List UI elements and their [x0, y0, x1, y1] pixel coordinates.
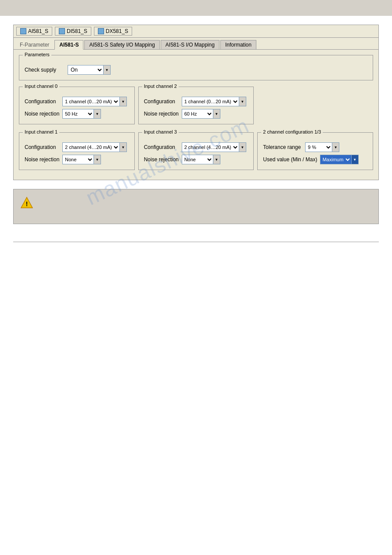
ch2-config-select[interactable]: 1 channel (0…20 mA) 2 channel (4…20 mA) … [182, 98, 239, 105]
module-tab-icon-ai581s [20, 28, 26, 34]
ch3-noise-arrow[interactable]: ▼ [213, 155, 220, 164]
ch3-config-select-wrapper[interactable]: 1 channel (0…20 mA) 2 channel (4…20 mA) … [182, 142, 246, 152]
top-gray-bar [0, 0, 392, 16]
used-value-select-wrapper[interactable]: Minimum Maximum ▼ [320, 155, 359, 164]
ch2-noise-select-wrapper[interactable]: 50 Hz 60 Hz None ▼ [182, 109, 220, 119]
tolerance-label: Tolerance range [263, 144, 302, 150]
tolerance-select-wrapper[interactable]: 1 % 5 % 9 % 15 % ▼ [305, 142, 339, 152]
module-tab-dx581s[interactable]: DX581_S [94, 27, 132, 36]
check-supply-select-wrapper[interactable]: On Off ▼ [68, 65, 111, 75]
module-tab-label-di581s: DI581_S [67, 28, 87, 34]
ch2-config-label: Configuration [144, 98, 179, 105]
ch3-noise-select-wrapper[interactable]: 50 Hz 60 Hz None ▼ [182, 155, 220, 164]
ch1-noise-select-wrapper[interactable]: 50 Hz 60 Hz None ▼ [62, 155, 101, 164]
module-tab-label-ai581s: AI581_S [28, 28, 48, 34]
ch2-noise-arrow[interactable]: ▼ [213, 109, 220, 118]
tolerance-select[interactable]: 1 % 5 % 9 % 15 % [306, 144, 332, 151]
check-supply-select[interactable]: On Off [68, 66, 103, 74]
module-tab-icon-di581s [59, 28, 65, 34]
input-channel-0-title: Input channel 0 [23, 83, 59, 89]
input-channel-2-group: Input channel 2 Configuration 1 channel … [138, 87, 254, 124]
ch1-noise-label: Noise rejection [25, 156, 60, 163]
tab-ai581s[interactable]: AI581-S [54, 40, 83, 50]
ch0-noise-select[interactable]: 50 Hz 60 Hz None [63, 110, 94, 117]
input-channel-2-title: Input channel 2 [142, 83, 179, 89]
fparam-tabbar: F-Parameter AI581-S AI581-S Safety I/O M… [13, 38, 379, 49]
module-tab-ai581s[interactable]: AI581_S [16, 27, 52, 36]
bottom-line [13, 242, 379, 242]
ch1-config-arrow[interactable]: ▼ [119, 143, 126, 152]
module-tab-icon-dx581s [98, 28, 104, 34]
ch3-noise-label: Noise rejection [144, 156, 179, 163]
tab-ai581s-safety[interactable]: AI581-S Safety I/O Mapping [84, 40, 159, 49]
ch2-config-arrow[interactable]: ▼ [239, 97, 246, 106]
ch0-noise-arrow[interactable]: ▼ [94, 109, 101, 118]
ch3-noise-select[interactable]: 50 Hz 60 Hz None [182, 156, 213, 163]
ch0-config-label: Configuration [25, 98, 60, 105]
ch1-config-label: Configuration [25, 144, 60, 150]
ch1-noise-arrow[interactable]: ▼ [94, 155, 101, 164]
main-panel: Parameters Check supply On Off ▼ [13, 49, 379, 180]
tolerance-arrow[interactable]: ▼ [332, 143, 339, 152]
input-channel-1-title: Input channel 1 [23, 129, 59, 134]
ch1-config-select-wrapper[interactable]: 1 channel (0…20 mA) 2 channel (4…20 mA) … [62, 142, 127, 152]
check-supply-label: Check supply [25, 67, 64, 73]
top-right-spacer [257, 87, 373, 129]
channel-config-13-group: 2 channel configuration 1/3 Tolerance ra… [257, 132, 373, 170]
ch0-config-arrow[interactable]: ▼ [119, 97, 126, 106]
used-value-select[interactable]: Minimum Maximum [320, 156, 351, 163]
ch3-config-label: Configuration [144, 144, 179, 150]
input-channel-0-group: Input channel 0 Configuration 1 channel … [19, 87, 135, 124]
ch3-config-arrow[interactable]: ▼ [239, 143, 246, 152]
ch2-noise-label: Noise rejection [144, 111, 179, 117]
ch1-config-select[interactable]: 1 channel (0…20 mA) 2 channel (4…20 mA) … [63, 144, 119, 151]
parameters-group-title: Parameters [23, 52, 51, 57]
warning-box: ! [13, 189, 379, 224]
ch2-config-select-wrapper[interactable]: 1 channel (0…20 mA) 2 channel (4…20 mA) … [182, 97, 246, 106]
parameters-group: Parameters Check supply On Off ▼ [19, 55, 373, 80]
ch2-noise-select[interactable]: 50 Hz 60 Hz None [182, 110, 213, 117]
module-tab-label-dx581s: DX581_S [106, 28, 128, 34]
check-supply-dropdown-arrow[interactable]: ▼ [103, 65, 110, 74]
ch0-noise-label: Noise rejection [25, 111, 60, 117]
input-channel-1-group: Input channel 1 Configuration 1 channel … [19, 132, 135, 170]
module-tab-di581s[interactable]: DI581_S [55, 27, 91, 36]
input-channel-3-title: Input channel 3 [142, 129, 179, 134]
tab-ai581s-io[interactable]: AI581-S I/O Mapping [161, 40, 219, 49]
ch0-noise-select-wrapper[interactable]: 50 Hz 60 Hz None ▼ [62, 109, 101, 119]
input-channel-3-group: Input channel 3 Configuration 1 channel … [138, 132, 254, 170]
fparam-label: F-Parameter [15, 40, 54, 49]
svg-text:!: ! [26, 200, 28, 207]
ch3-config-select[interactable]: 1 channel (0…20 mA) 2 channel (4…20 mA) … [182, 144, 239, 151]
module-tabs-bar: AI581_S DI581_S DX581_S [13, 25, 379, 38]
tab-information[interactable]: Information [220, 40, 256, 49]
used-value-label: Used value (Min / Max) [263, 156, 317, 163]
ch0-config-select-wrapper[interactable]: 1 channel (0…20 mA) 2 channel (4…20 mA) … [62, 97, 127, 106]
channel-config-13-title: 2 channel configuration 1/3 [261, 129, 323, 134]
ch1-noise-select[interactable]: 50 Hz 60 Hz None [63, 156, 94, 163]
check-supply-row: Check supply On Off ▼ [25, 65, 367, 75]
ch0-config-select[interactable]: 1 channel (0…20 mA) 2 channel (4…20 mA) … [63, 98, 119, 105]
warning-icon: ! [21, 196, 33, 209]
used-value-arrow[interactable]: ▼ [351, 155, 358, 164]
